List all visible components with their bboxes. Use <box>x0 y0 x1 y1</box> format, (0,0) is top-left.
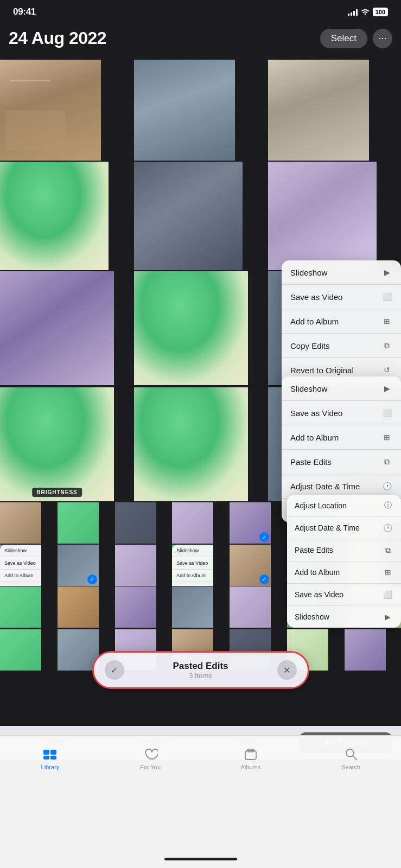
cm3-paste-edits[interactable]: Paste Edits ⧉ <box>287 539 401 561</box>
cm3-location-icon: ⓘ <box>383 500 393 511</box>
thumb-cell[interactable] <box>115 545 156 586</box>
thumb-cell[interactable] <box>115 586 156 628</box>
photo-cell[interactable] <box>268 162 377 270</box>
more-button[interactable]: ··· <box>373 29 392 48</box>
photo-cell[interactable] <box>0 271 114 385</box>
nav-tab-library[interactable]: Library <box>0 742 100 850</box>
mini-item[interactable]: Save as Video⬜ <box>172 557 213 570</box>
for-you-icon <box>143 746 158 762</box>
cm3-date-time[interactable]: Adjust Date & Time 🕐 <box>287 517 401 539</box>
thumb-cell[interactable]: Slideshow▶ Save as Video⬜ Add to Album⊞ … <box>172 545 213 586</box>
mini-item[interactable]: Copy Edits⧉ <box>0 582 41 586</box>
mini-item[interactable]: Slideshow▶ <box>0 545 41 557</box>
cm2-slideshow[interactable]: Slideshow ▶ <box>282 376 401 401</box>
check-indicator: ✓ <box>87 575 97 584</box>
thumb-cell[interactable] <box>58 502 99 544</box>
cm3-album-icon: ⊞ <box>383 567 393 578</box>
mini-item[interactable]: Save as Video⬜ <box>0 557 41 570</box>
for-you-label: For You <box>140 764 161 770</box>
photo-cell[interactable] <box>0 60 101 161</box>
photo-grid-row4: BRIGHTNESS Slideshow ▶ Save as Video ⬜ A… <box>0 387 401 501</box>
add-album-icon: ⊞ <box>381 316 392 327</box>
mini-context-1: Slideshow▶ Save as Video⬜ Add to Album⊞ … <box>0 545 41 586</box>
check-indicator: ✓ <box>259 575 269 584</box>
pasted-edits-close-button[interactable]: ✕ <box>277 660 297 680</box>
context-item-add-album[interactable]: Add to Album ⊞ <box>282 309 401 334</box>
header-actions: Select ··· <box>320 29 392 48</box>
context-item-slideshow[interactable]: Slideshow ▶ <box>282 260 401 285</box>
mini-item[interactable]: Slideshow▶ <box>172 545 213 557</box>
thumb-cell[interactable] <box>172 502 213 544</box>
nav-tab-for-you[interactable]: For You <box>100 742 201 850</box>
cm3-video-icon: ⬜ <box>383 589 393 600</box>
thumb-cell[interactable]: Slideshow▶ Save as Video⬜ Add to Album⊞ … <box>0 545 41 586</box>
thumb-cell-checked[interactable]: ✓ <box>58 545 99 586</box>
pasted-edits-title: Pasted Edits <box>132 661 270 672</box>
battery-indicator: 100 <box>373 8 388 16</box>
thumb-cell[interactable] <box>345 629 386 671</box>
context-menu-container-1: Slideshow ▶ Save as Video ⬜ Add to Album… <box>268 271 401 385</box>
nav-tab-search[interactable]: Search <box>301 742 401 850</box>
search-label: Search <box>341 764 360 770</box>
thumb-cell[interactable] <box>172 586 213 628</box>
albums-icon <box>243 746 258 762</box>
thumb-cell[interactable] <box>0 502 41 544</box>
photo-cell[interactable] <box>134 162 243 270</box>
context-panel-3-container: Adjust Location ⓘ Adjust Date & Time 🕐 P… <box>345 586 401 628</box>
status-time: 09:41 <box>13 7 36 17</box>
svg-rect-3 <box>50 756 56 760</box>
brightness-label: BRIGHTNESS <box>32 488 82 497</box>
search-icon <box>343 746 359 762</box>
mini-item[interactable]: Copy Edits⧉ <box>172 582 213 586</box>
cm2-add-album-icon: ⊞ <box>381 432 392 443</box>
thumb-cell[interactable] <box>58 586 99 628</box>
home-bar <box>164 858 237 860</box>
thumb-cell-checked[interactable]: ✓ <box>230 502 271 544</box>
cm3-slideshow[interactable]: Slideshow ▶ <box>287 606 401 628</box>
photos-header: 24 Aug 2022 Select ··· <box>0 22 401 55</box>
svg-rect-1 <box>50 750 56 755</box>
cm3-adjust-location[interactable]: Adjust Location ⓘ <box>287 495 401 517</box>
photo-cell[interactable] <box>134 60 235 161</box>
photo-cell-brightness[interactable]: BRIGHTNESS <box>0 387 114 501</box>
photo-cell[interactable] <box>268 60 369 161</box>
home-indicator <box>0 850 401 868</box>
pasted-edits-subtitle: 3 Items <box>132 672 270 680</box>
save-video-icon: ⬜ <box>381 291 392 302</box>
header-date: 24 Aug 2022 <box>9 28 106 48</box>
thumb-cell[interactable] <box>0 586 41 628</box>
photo-grid-row2 <box>0 162 401 270</box>
photo-cell[interactable] <box>0 162 109 270</box>
cm3-slideshow-icon: ▶ <box>383 611 393 622</box>
thumb-cell[interactable] <box>115 502 156 544</box>
mini-context-2: Slideshow▶ Save as Video⬜ Add to Album⊞ … <box>172 545 213 586</box>
photo-cell[interactable] <box>134 271 248 385</box>
cm2-paste-edits[interactable]: Paste Edits ⧉ <box>282 450 401 474</box>
select-button[interactable]: Select <box>320 29 367 48</box>
pasted-edits-confirm-button[interactable]: ✓ <box>105 660 124 680</box>
cm2-save-video-icon: ⬜ <box>381 407 392 418</box>
albums-label: Albums <box>241 764 261 770</box>
context-item-copy-edits[interactable]: Copy Edits ⧉ <box>282 334 401 358</box>
cm3-date-icon: 🕐 <box>383 522 393 533</box>
context-menu-3: Adjust Location ⓘ Adjust Date & Time 🕐 P… <box>287 495 401 628</box>
cm2-date-time-icon: 🕐 <box>381 481 392 492</box>
cm3-save-video[interactable]: Save as Video ⬜ <box>287 584 401 606</box>
nav-tabs-container: Library For You Albums <box>0 736 401 850</box>
bottom-nav: Library For You Albums <box>0 735 401 868</box>
cm3-paste-icon: ⧉ <box>383 545 393 556</box>
slideshow-icon: ▶ <box>381 267 392 278</box>
mini-item[interactable]: Add to Album⊞ <box>172 570 213 582</box>
thumb-cell[interactable] <box>230 586 271 628</box>
thumb-cell-checked[interactable]: ✓ <box>230 545 271 586</box>
thumb-cell[interactable] <box>0 629 41 671</box>
cm3-add-album[interactable]: Add to Album ⊞ <box>287 561 401 584</box>
library-label: Library <box>41 764 60 770</box>
mini-item[interactable]: Add to Album⊞ <box>0 570 41 582</box>
cm2-save-video[interactable]: Save as Video ⬜ <box>282 401 401 425</box>
cm2-add-album[interactable]: Add to Album ⊞ <box>282 425 401 450</box>
pasted-edits-banner: ✓ Pasted Edits 3 Items ✕ <box>92 651 309 689</box>
context-item-save-video[interactable]: Save as Video ⬜ <box>282 285 401 309</box>
nav-tab-albums[interactable]: Albums <box>201 742 301 850</box>
photo-cell[interactable] <box>134 387 248 501</box>
